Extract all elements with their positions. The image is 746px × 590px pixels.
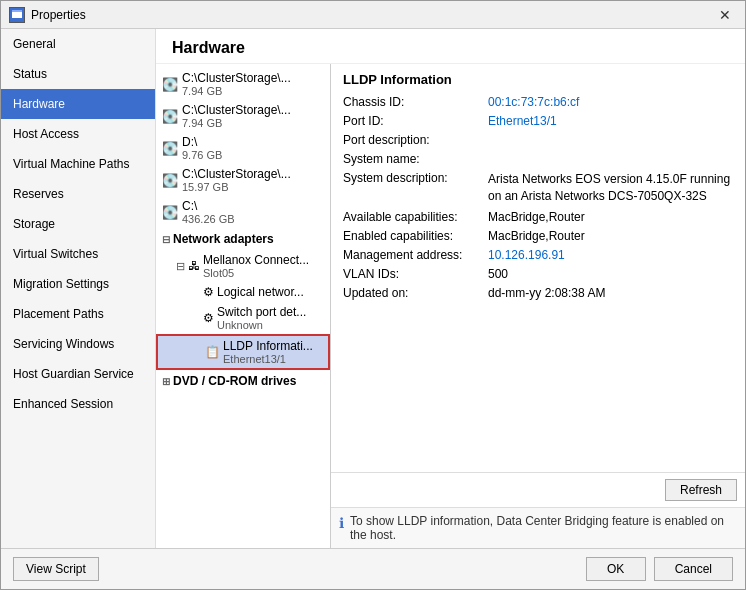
sidebar-item-storage[interactable]: Storage [1,209,155,239]
tree-drive-d5[interactable]: 💽 C:\ 436.26 GB [156,196,330,228]
detail-label: Enabled capabilities: [343,229,488,243]
sidebar-item-migration[interactable]: Migration Settings [1,269,155,299]
detail-row: Enabled capabilities: MacBridge,Router [343,229,733,243]
detail-row: VLAN IDs: 500 [343,267,733,281]
content-area: GeneralStatusHardwareHost AccessVirtual … [1,29,745,548]
detail-value: MacBridge,Router [488,210,733,224]
detail-value: MacBridge,Router [488,229,733,243]
view-script-button[interactable]: View Script [13,557,99,581]
detail-label: Management address: [343,248,488,262]
tree-adapter-mellanox[interactable]: ⊟ 🖧 Mellanox Connect... Slot05 [156,250,330,282]
drive-size: 7.94 GB [182,85,324,97]
adapter-label: Mellanox Connect... [203,253,309,267]
detail-value[interactable]: 10.126.196.91 [488,248,733,262]
detail-value [488,152,733,166]
detail-value[interactable]: Ethernet13/1 [488,114,733,128]
drive-size: 9.76 GB [182,149,324,161]
drive-size: 7.94 GB [182,117,324,129]
drive-label: C:\ClusterStorage\... [182,103,324,117]
drive-size: 436.26 GB [182,213,324,225]
lldp-icon: 📋 [205,345,220,359]
detail-panel: LLDP Information Chassis ID: 00:1c:73:7c… [331,64,745,472]
detail-value [488,133,733,147]
tree-drive-d1[interactable]: 💽 C:\ClusterStorage\... 7.94 GB [156,68,330,100]
title-bar: Properties ✕ [1,1,745,29]
drive-label: D:\ [182,135,324,149]
collapse-icon: ⊟ [162,234,170,245]
detail-value: 500 [488,267,733,281]
dvd-section[interactable]: ⊞ DVD / CD-ROM drives [156,370,330,392]
sidebar-item-enhanced[interactable]: Enhanced Session [1,389,155,419]
sidebar-item-vm-paths[interactable]: Virtual Machine Paths [1,149,155,179]
drive-label: C:\ClusterStorage\... [182,71,324,85]
switch-icon: ⚙ [203,311,214,325]
bottom-bar: View Script OK Cancel [1,548,745,589]
info-text: To show LLDP information, Data Center Br… [350,514,737,542]
sidebar-item-general[interactable]: General [1,29,155,59]
disk-icon: 💽 [162,140,178,156]
disk-icon: 💽 [162,204,178,220]
adapter-label: Logical networ... [217,285,304,299]
cancel-button[interactable]: Cancel [654,557,733,581]
detail-label: VLAN IDs: [343,267,488,281]
sidebar-item-servicing[interactable]: Servicing Windows [1,329,155,359]
logical-net-icon: ⚙ [203,285,214,299]
sidebar-item-status[interactable]: Status [1,59,155,89]
detail-label: System name: [343,152,488,166]
detail-label: Updated on: [343,286,488,300]
main-panel: Hardware 💽 C:\ClusterStorage\... 7.94 GB… [156,29,745,548]
drive-label: C:\ [182,199,324,213]
info-icon: ℹ [339,515,344,531]
sidebar-item-virtual-switches[interactable]: Virtual Switches [1,239,155,269]
adapter-expand-icon: ⊟ [176,260,185,273]
sidebar-item-hardware[interactable]: Hardware [1,89,155,119]
sidebar-item-host-access[interactable]: Host Access [1,119,155,149]
tree-panel: 💽 C:\ClusterStorage\... 7.94 GB 💽 C:\Clu… [156,64,331,548]
adapter-label: Switch port det... [217,305,306,319]
detail-row: Port description: [343,133,733,147]
tree-drive-d3[interactable]: 💽 D:\ 9.76 GB [156,132,330,164]
tree-adapter-logical[interactable]: ⚙ Logical networ... [156,282,330,302]
refresh-area: Refresh [331,472,745,507]
split-area: 💽 C:\ClusterStorage\... 7.94 GB 💽 C:\Clu… [156,64,745,548]
detail-row: Management address: 10.126.196.91 [343,248,733,262]
detail-label: Port ID: [343,114,488,128]
tree-adapter-lldp[interactable]: 📋 LLDP Informati... Ethernet13/1 [156,334,330,370]
refresh-button[interactable]: Refresh [665,479,737,501]
svg-rect-1 [12,12,22,18]
window-icon [9,7,25,23]
disk-icon: 💽 [162,76,178,92]
detail-row: Updated on: dd-mm-yy 2:08:38 AM [343,286,733,300]
disk-icon: 💽 [162,172,178,188]
sidebar-item-placement[interactable]: Placement Paths [1,299,155,329]
tree-adapter-switch-port[interactable]: ⚙ Switch port det... Unknown [156,302,330,334]
adapter-sub: Ethernet13/1 [223,353,313,365]
adapter-sub: Slot05 [203,267,309,279]
detail-title: LLDP Information [343,72,733,87]
main-window: Properties ✕ GeneralStatusHardwareHost A… [0,0,746,590]
panel-header: Hardware [156,29,745,64]
bottom-right: OK Cancel [586,557,733,581]
disk-icon: 💽 [162,108,178,124]
detail-value: Arista Networks EOS version 4.15.0F runn… [488,171,733,205]
ok-button[interactable]: OK [586,557,646,581]
detail-row: Chassis ID: 00:1c:73:7c:b6:cf [343,95,733,109]
detail-row: System name: [343,152,733,166]
detail-value[interactable]: 00:1c:73:7c:b6:cf [488,95,733,109]
network-adapters-section[interactable]: ⊟ Network adapters [156,228,330,250]
tree-drive-d2[interactable]: 💽 C:\ClusterStorage\... 7.94 GB [156,100,330,132]
network-adapters-label: Network adapters [173,232,274,246]
adapter-sub: Unknown [217,319,306,331]
sidebar-item-reserves[interactable]: Reserves [1,179,155,209]
adapter-label: LLDP Informati... [223,339,313,353]
window-title: Properties [31,8,713,22]
expand-dvd-icon: ⊞ [162,376,170,387]
dvd-label: DVD / CD-ROM drives [173,374,296,388]
svg-rect-2 [12,10,22,12]
drive-size: 15.97 GB [182,181,324,193]
detail-row: System description: Arista Networks EOS … [343,171,733,205]
info-bar: ℹ To show LLDP information, Data Center … [331,507,745,548]
tree-drive-d4[interactable]: 💽 C:\ClusterStorage\... 15.97 GB [156,164,330,196]
close-button[interactable]: ✕ [713,3,737,27]
sidebar-item-guardian[interactable]: Host Guardian Service [1,359,155,389]
